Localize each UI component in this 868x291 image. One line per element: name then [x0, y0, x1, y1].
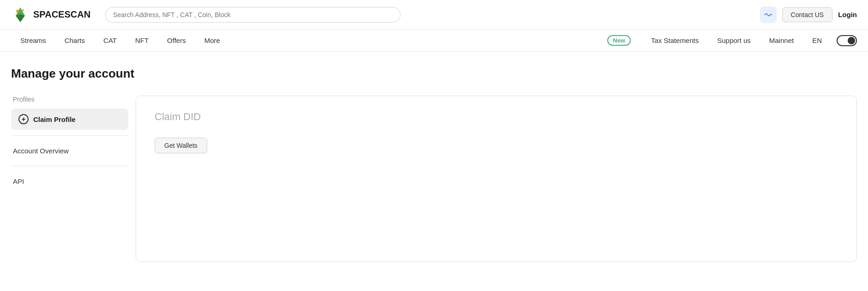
nav-item-nft[interactable]: NFT — [126, 30, 158, 52]
contact-button[interactable]: Contact US — [782, 7, 833, 22]
new-badge: New — [607, 35, 631, 46]
plus-circle-icon: + — [18, 114, 29, 124]
sidebar-divider-1 — [11, 135, 128, 136]
nav-item-en[interactable]: EN — [803, 30, 831, 52]
search-bar — [105, 7, 401, 23]
claim-did-title: Claim DID — [155, 111, 838, 123]
login-button[interactable]: Login — [838, 11, 857, 18]
nav-right-group: New Tax Statements Support us Mainnet EN — [598, 30, 857, 52]
nav-item-cat[interactable]: CAT — [94, 30, 126, 52]
svg-point-2 — [16, 10, 19, 12]
sidebar-item-api[interactable]: API — [11, 172, 128, 191]
claim-profile-label: Claim Profile — [33, 115, 76, 123]
sidebar-divider-2 — [11, 166, 128, 166]
account-layout: Profiles + Claim Profile Account Overvie… — [11, 96, 857, 262]
nav-item-charts[interactable]: Charts — [55, 30, 94, 52]
search-input[interactable] — [105, 7, 401, 23]
nav-item-tax-statements[interactable]: Tax Statements — [642, 30, 708, 52]
header: SPACESCAN Contact US Login — [0, 0, 868, 30]
theme-toggle[interactable] — [837, 35, 857, 46]
sidebar-section-profiles: Profiles — [11, 96, 128, 103]
header-right: Contact US Login — [760, 6, 857, 23]
sidebar-item-account-overview[interactable]: Account Overview — [11, 141, 128, 160]
nav-item-more[interactable]: More — [195, 30, 229, 52]
get-wallets-button[interactable]: Get Wallets — [155, 138, 207, 153]
sidebar-item-claim-profile[interactable]: + Claim Profile — [11, 109, 128, 130]
nav-new-badge-wrapper[interactable]: New — [598, 30, 642, 52]
nav-item-offers[interactable]: Offers — [158, 30, 195, 52]
brand-name: SPACESCAN — [33, 9, 90, 20]
logo-icon — [11, 6, 30, 24]
main-panel: Claim DID Get Wallets — [136, 96, 857, 262]
logo[interactable]: SPACESCAN — [11, 6, 90, 24]
page-content: Manage your account Profiles + Claim Pro… — [0, 52, 868, 277]
svg-point-3 — [22, 9, 24, 11]
nav-item-mainnet[interactable]: Mainnet — [760, 30, 803, 52]
page-title: Manage your account — [11, 67, 857, 81]
sidebar: Profiles + Claim Profile Account Overvie… — [11, 96, 136, 262]
nav: Streams Charts CAT NFT Offers More New T… — [0, 30, 868, 52]
nav-item-support-us[interactable]: Support us — [708, 30, 760, 52]
nav-item-streams[interactable]: Streams — [11, 30, 55, 52]
waves-button[interactable] — [760, 6, 777, 23]
